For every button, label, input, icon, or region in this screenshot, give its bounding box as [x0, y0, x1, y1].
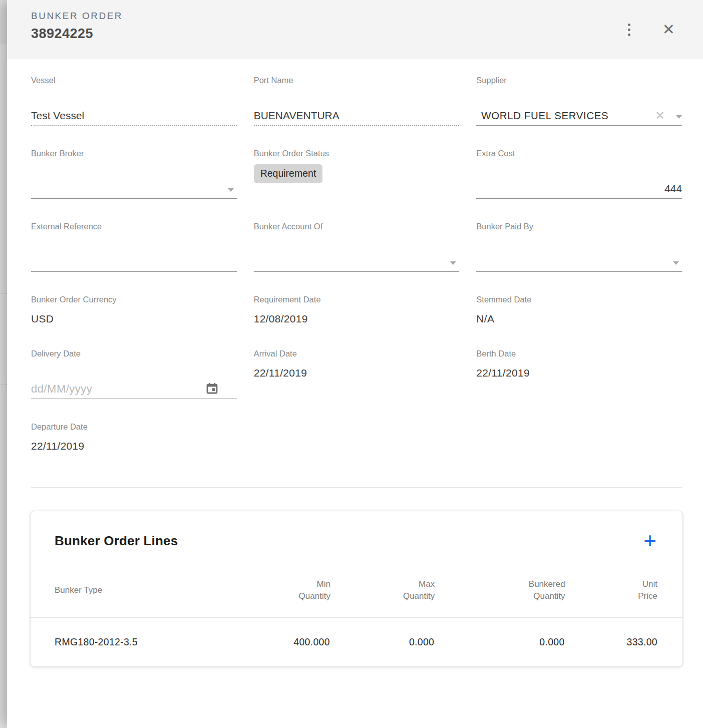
bunker-broker-field: Bunker Broker — [31, 148, 237, 221]
external-reference-input[interactable] — [31, 256, 237, 268]
stemmed-date-value: N/A — [476, 313, 494, 324]
column-header-bunkered-quantity: Bunkered Quantity — [435, 578, 565, 618]
bunker-order-status-label: Bunker Order Status — [254, 148, 460, 158]
vessel-field: Vessel — [31, 75, 237, 148]
supplier-value: WORLD FUEL SERVICES — [476, 110, 655, 122]
delivery-date-label: Delivery Date — [31, 348, 237, 358]
bunker-account-of-select[interactable] — [254, 248, 460, 272]
extra-cost-control — [476, 175, 682, 199]
port-name-control — [254, 102, 460, 126]
order-form: Vessel Port Name Supplier WORLD FUEL SER… — [7, 59, 703, 487]
bunker-order-panel: BUNKER ORDER 38924225 ✕ Vessel Port Name — [7, 0, 703, 728]
arrival-date-field: Arrival Date 22/11/2019 — [254, 348, 460, 422]
vessel-label: Vessel — [31, 75, 237, 85]
arrival-date-value: 22/11/2019 — [254, 367, 307, 379]
background-card — [0, 0, 7, 44]
external-reference-label: External Reference — [31, 221, 237, 231]
port-name-field: Port Name — [254, 75, 460, 148]
chevron-down-icon[interactable] — [228, 188, 234, 192]
bunker-order-currency-field: Bunker Order Currency USD — [31, 294, 237, 348]
order-number: 38924225 — [31, 26, 123, 42]
external-reference-control — [31, 248, 237, 272]
bunker-order-lines-card: Bunker Order Lines + Bunker Type Min Qua… — [30, 511, 683, 667]
supplier-field: Supplier WORLD FUEL SERVICES ✕ — [476, 75, 682, 148]
extra-cost-label: Extra Cost — [476, 148, 682, 158]
departure-date-value: 22/11/2019 — [31, 440, 85, 452]
berth-date-label: Berth Date — [476, 348, 682, 358]
calendar-icon[interactable] — [205, 382, 219, 395]
status-badge: Requirement — [254, 164, 323, 183]
vessel-input — [31, 110, 237, 122]
departure-date-field: Departure Date 22/11/2019 — [31, 422, 237, 487]
column-header-unit-price: Unit Price — [565, 578, 682, 618]
extra-cost-field: Extra Cost — [476, 148, 682, 221]
delivery-date-control — [31, 376, 237, 399]
column-header-bunker-type: Bunker Type — [31, 578, 226, 618]
background-page — [0, 0, 7, 728]
stemmed-date-label: Stemmed Date — [476, 294, 682, 304]
requirement-date-field: Requirement Date 12/08/2019 — [254, 294, 460, 348]
bunker-order-lines-title: Bunker Order Lines — [55, 533, 178, 549]
delivery-date-input[interactable] — [31, 383, 205, 395]
background-divider — [0, 384, 7, 385]
bunker-order-status-field: Bunker Order Status Requirement — [254, 148, 460, 221]
bunker-broker-label: Bunker Broker — [31, 148, 237, 158]
berth-date-field: Berth Date 22/11/2019 — [476, 348, 682, 422]
column-header-max-quantity: Max Quantity — [330, 578, 435, 618]
extra-cost-input[interactable] — [476, 183, 682, 195]
supplier-label: Supplier — [476, 75, 682, 85]
kebab-dot — [628, 34, 630, 36]
chevron-down-icon[interactable] — [673, 261, 679, 265]
table-header-row: Bunker Type Min Quantity Max Quantity Bu… — [31, 578, 682, 618]
requirement-date-label: Requirement Date — [254, 294, 460, 304]
kebab-dot — [628, 29, 630, 31]
bunker-paid-by-select[interactable] — [476, 248, 682, 272]
bunker-broker-select[interactable] — [31, 175, 237, 199]
chevron-down-icon[interactable] — [676, 115, 682, 119]
supplier-select[interactable]: WORLD FUEL SERVICES ✕ — [476, 102, 682, 126]
requirement-date-value: 12/08/2019 — [254, 313, 308, 324]
departure-date-label: Departure Date — [31, 422, 237, 432]
cell-unit-price: 333.00 — [565, 618, 682, 667]
panel-eyebrow: BUNKER ORDER — [31, 11, 123, 22]
cell-min-quantity: 400.000 — [226, 618, 330, 667]
bunker-paid-by-field: Bunker Paid By — [476, 221, 682, 294]
bunker-order-currency-value: USD — [31, 313, 54, 324]
column-header-min-quantity: Min Quantity — [226, 578, 330, 618]
close-icon[interactable]: ✕ — [662, 22, 675, 37]
arrival-date-label: Arrival Date — [254, 348, 460, 358]
add-line-icon[interactable]: + — [643, 532, 656, 549]
stemmed-date-field: Stemmed Date N/A — [476, 294, 682, 348]
external-reference-field: External Reference — [31, 221, 237, 294]
clear-icon[interactable]: ✕ — [655, 110, 665, 122]
kebab-dot — [628, 24, 630, 26]
delivery-date-field: Delivery Date — [31, 348, 237, 422]
order-lines-table: Bunker Type Min Quantity Max Quantity Bu… — [31, 578, 682, 666]
bunker-account-of-field: Bunker Account Of — [254, 221, 460, 294]
vessel-control — [31, 102, 237, 126]
chevron-down-icon[interactable] — [450, 261, 456, 265]
cell-bunkered-quantity: 0.000 — [435, 618, 565, 667]
bunker-paid-by-label: Bunker Paid By — [476, 221, 682, 231]
bunker-account-of-label: Bunker Account Of — [254, 221, 460, 231]
bunker-order-currency-label: Bunker Order Currency — [31, 294, 237, 304]
background-divider — [0, 293, 7, 294]
panel-header: BUNKER ORDER 38924225 ✕ — [7, 0, 703, 59]
kebab-menu-button[interactable] — [625, 21, 633, 39]
cell-max-quantity: 0.000 — [330, 618, 435, 667]
port-name-label: Port Name — [254, 75, 460, 85]
table-row[interactable]: RMG180-2012-3.5 400.000 0.000 0.000 333.… — [31, 618, 682, 667]
section-divider — [31, 487, 682, 488]
port-name-input — [254, 110, 460, 122]
cell-bunker-type: RMG180-2012-3.5 — [31, 618, 226, 667]
berth-date-value: 22/11/2019 — [476, 367, 530, 379]
